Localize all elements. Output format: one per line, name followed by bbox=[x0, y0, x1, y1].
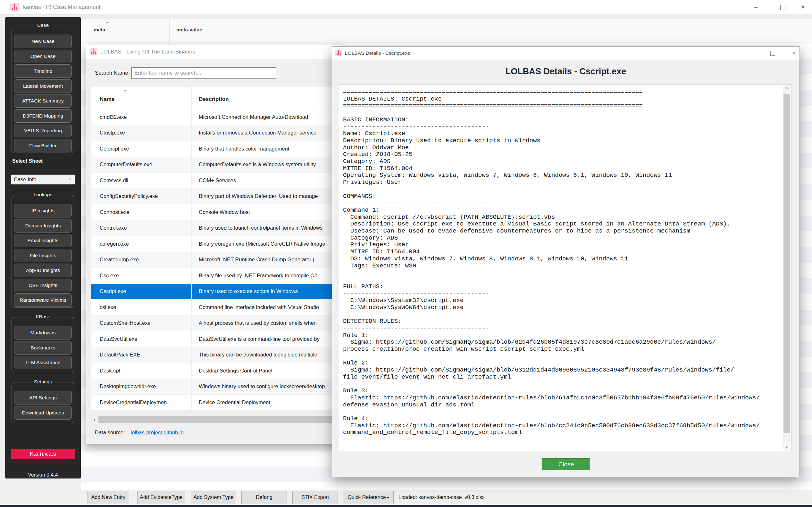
maximize-icon[interactable] bbox=[765, 47, 780, 60]
sidebar-group-lookups: Lookups IP InsightsDomain InsightsEmail … bbox=[11, 195, 74, 308]
sidebar-button[interactable]: Email Insights bbox=[14, 234, 72, 247]
table-row[interactable]: cmdl32.exe Microsoft Connection Manager … bbox=[91, 109, 342, 125]
vertical-scrollbar[interactable]: ⌃ ⌄ bbox=[783, 86, 790, 450]
scroll-up-icon[interactable]: ⌃ bbox=[783, 86, 790, 93]
sidebar-button[interactable]: ATTACK Summary bbox=[14, 94, 72, 108]
table-row[interactable]: ComputerDefaults.exe ComputerDefaults.ex… bbox=[91, 157, 342, 173]
cell-description: Windows binary used to configure lockscr… bbox=[191, 379, 342, 395]
cell-name: cmdl32.exe bbox=[91, 109, 191, 125]
cell-description: Desktop Settings Control Panel bbox=[191, 363, 342, 379]
cell-description: A host process that is used by custom sh… bbox=[191, 316, 342, 331]
horizontal-scrollbar[interactable]: ‹ bbox=[91, 416, 343, 424]
cell-description: Microsoft .NET Runtime Crash Dump Genera… bbox=[191, 252, 342, 268]
menu-arrow-icon: ▾ bbox=[387, 496, 389, 500]
table-row[interactable]: Cscript.exe Binary used to execute scrip… bbox=[91, 284, 342, 300]
cell-name: DataSvcUtil.exe bbox=[91, 331, 191, 347]
sidebar-button[interactable]: File Insights bbox=[14, 249, 72, 262]
minimize-icon[interactable]: – bbox=[742, 47, 756, 60]
table-row[interactable]: Desktopimgdownldr.exe Windows binary use… bbox=[91, 379, 342, 395]
table-row[interactable]: CustomShellHost.exe A host process that … bbox=[91, 316, 342, 332]
cell-name: Createdump.exe bbox=[91, 252, 191, 268]
sidebar-button[interactable]: CVE Insights bbox=[14, 279, 72, 292]
quick-reference-button[interactable]: Quick Reference▾ bbox=[343, 491, 394, 504]
lolbas-window: LOLBAS - Living Off The Land Binaries Se… bbox=[86, 45, 342, 445]
minimize-icon[interactable]: – bbox=[746, 0, 765, 14]
table-row[interactable]: Conhost.exe Console Window host bbox=[91, 204, 342, 220]
sidebar-button[interactable]: Lateral Movement bbox=[14, 79, 72, 93]
table-row[interactable]: Cmstp.exe Installs or removes a Connecti… bbox=[91, 125, 342, 141]
cell-name: Cscript.exe bbox=[91, 284, 191, 299]
table-row[interactable]: Comsvcs.dll COM+ Services bbox=[91, 173, 342, 189]
sidebar-group-case: Case New CaseOpen CaseTimelineLateral Mo… bbox=[11, 25, 74, 153]
table-row[interactable]: Desk.cpl Desktop Settings Control Panel bbox=[91, 363, 342, 379]
sort-chevron-icon[interactable]: ⌄ bbox=[123, 87, 127, 92]
sheet-selector-dropdown[interactable]: Case Info ⌄ bbox=[11, 175, 75, 184]
search-input[interactable] bbox=[132, 67, 276, 79]
table-row[interactable]: ConfigSecurityPolicy.exe Binary part of … bbox=[91, 189, 342, 205]
cell-name: Desktopimgdownldr.exe bbox=[91, 379, 191, 395]
cell-description: Binary used to launch controlpanel items… bbox=[191, 220, 342, 236]
scrollbar-thumb[interactable] bbox=[98, 416, 333, 423]
table-row[interactable]: Control.exe Binary used to launch contro… bbox=[91, 220, 342, 236]
sidebar-button[interactable]: Open Case bbox=[14, 50, 72, 63]
stix-export-button[interactable]: STIX Export bbox=[292, 491, 338, 504]
close-icon[interactable]: ✕ bbox=[794, 0, 812, 14]
scroll-down-icon[interactable]: ⌄ bbox=[783, 442, 790, 450]
sidebar-button[interactable]: Domain Insights bbox=[14, 219, 72, 232]
column-header-name[interactable]: Name bbox=[100, 96, 114, 103]
close-icon[interactable]: ✕ bbox=[787, 47, 801, 60]
search-label: Search Name: bbox=[95, 70, 130, 76]
column-header-meta-value[interactable]: meta-value bbox=[176, 27, 202, 33]
cell-description: Binary used to execute scripts in Window… bbox=[191, 284, 342, 299]
sidebar-group-kbase: KBase MarkdownsBookmarksLLM Assistance bbox=[11, 317, 74, 373]
dialog-heading: LOLBAS Details - Cscript.exe bbox=[332, 67, 800, 76]
sidebar-button[interactable]: D3FEND Mapping bbox=[14, 109, 72, 123]
app-titlebar: kanvas - IR Case Management – ✕ bbox=[0, 0, 812, 15]
sidebar-button[interactable]: Markdowns bbox=[14, 326, 72, 339]
sidebar-button[interactable]: API Settings bbox=[14, 391, 72, 404]
brand-banner: K.a.n.v.a.s bbox=[11, 449, 75, 459]
table-row[interactable]: Colorcpl.exe Binary that handles color m… bbox=[91, 141, 342, 157]
sidebar-button[interactable]: Flow Builder bbox=[14, 139, 72, 153]
details-text-area: ========================================… bbox=[339, 84, 792, 451]
add-system-type-button[interactable]: Add System Type bbox=[191, 491, 236, 504]
table-row[interactable]: Csc.exe Binary file used by .NET Framewo… bbox=[91, 268, 342, 284]
sort-chevron-icon[interactable]: ⌄ bbox=[105, 18, 109, 24]
add-new-entry-button[interactable]: Add New Entry bbox=[88, 491, 129, 504]
lolbas-details-dialog: LOLBAS Details - Cscript.exe – ✕ LOLBAS … bbox=[332, 46, 800, 477]
table-row[interactable]: DataSvcUtil.exe DataSvcUtil.exe is a com… bbox=[91, 331, 342, 347]
lolbas-window-title: LOLBAS - Living Off The Land Binaries bbox=[100, 45, 195, 59]
table-row[interactable]: DeviceCredentialDeploymen... Device Cred… bbox=[91, 395, 342, 411]
background-band bbox=[81, 14, 812, 18]
table-row[interactable]: DefaultPack.EXE This binary can be downl… bbox=[91, 347, 342, 363]
sheet-selector-value: Case Info bbox=[14, 176, 37, 182]
sidebar-button[interactable]: New Case bbox=[14, 35, 72, 48]
data-source-link[interactable]: lolbas-project.github.io bbox=[131, 430, 184, 435]
sidebar-button[interactable]: Bookmarks bbox=[14, 341, 72, 354]
sidebar-button[interactable]: Timeline bbox=[14, 64, 72, 78]
defang-button[interactable]: Defang bbox=[241, 491, 287, 504]
cell-name: DefaultPack.EXE bbox=[91, 347, 191, 363]
sidebar-button[interactable]: Download Updates bbox=[14, 406, 72, 419]
column-header-meta[interactable]: meta bbox=[94, 27, 105, 33]
dialog-close-button[interactable]: Close bbox=[542, 458, 590, 470]
table-row[interactable]: csi.exe Command line interface included … bbox=[91, 299, 342, 316]
sidebar-button[interactable]: Ransomware Victims bbox=[14, 293, 72, 307]
maximize-icon[interactable] bbox=[773, 0, 793, 14]
sidebar-button[interactable]: App-ID Insights bbox=[14, 264, 72, 277]
scrollbar-thumb[interactable] bbox=[783, 94, 790, 433]
table-row[interactable]: Createdump.exe Microsoft .NET Runtime Cr… bbox=[91, 252, 342, 268]
scroll-left-icon[interactable]: ‹ bbox=[91, 416, 98, 424]
group-title: Lookups bbox=[12, 192, 74, 198]
cell-description: Binary file used by .NET Framework to co… bbox=[191, 268, 342, 283]
sidebar-button[interactable]: LLM Assistance bbox=[14, 356, 72, 369]
table-row[interactable]: coregen.exe Binary coregen.exe (Microsof… bbox=[91, 236, 342, 252]
cell-name: Colorcpl.exe bbox=[91, 141, 191, 157]
cell-name: Cmstp.exe bbox=[91, 125, 191, 141]
add-evidence-type-button[interactable]: Add EvidenceType bbox=[137, 491, 185, 504]
cell-description: DataSvcUtil.exe is a command-line tool p… bbox=[191, 331, 342, 347]
cell-name: ComputerDefaults.exe bbox=[91, 157, 191, 173]
sidebar-button[interactable]: VERIS Reporting bbox=[14, 124, 72, 137]
sidebar-button[interactable]: IP Insights bbox=[14, 204, 72, 218]
column-header-description[interactable]: Description bbox=[199, 96, 229, 103]
